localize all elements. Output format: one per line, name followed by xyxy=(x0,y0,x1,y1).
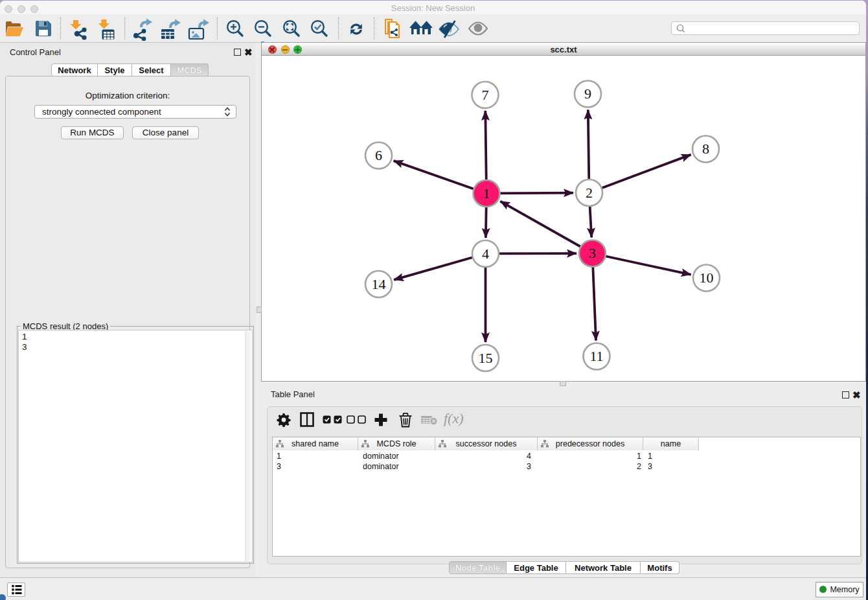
svg-text:1: 1 xyxy=(483,185,490,202)
svg-text:8: 8 xyxy=(702,141,709,157)
svg-text:14: 14 xyxy=(372,276,386,292)
svg-text:2: 2 xyxy=(586,185,593,201)
svg-text:10: 10 xyxy=(700,270,714,286)
svg-text:9: 9 xyxy=(584,86,591,102)
svg-text:15: 15 xyxy=(479,350,493,366)
svg-text:7: 7 xyxy=(482,87,489,103)
svg-text:4: 4 xyxy=(482,246,489,262)
svg-text:6: 6 xyxy=(375,147,382,163)
svg-text:3: 3 xyxy=(589,245,596,261)
svg-text:11: 11 xyxy=(589,348,603,364)
